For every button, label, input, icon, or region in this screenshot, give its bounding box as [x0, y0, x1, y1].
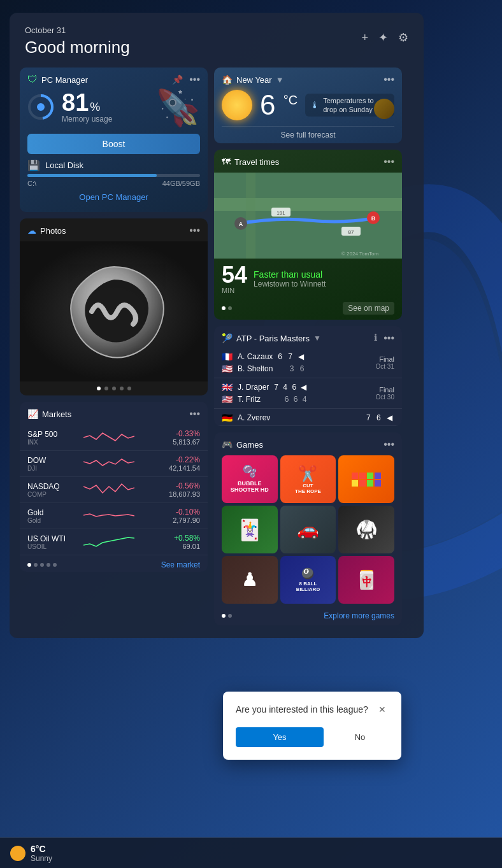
flag-france: 🇫🇷 — [222, 352, 233, 362]
pc-manager-decoration: 🚀 — [156, 87, 200, 129]
svg-text:87: 87 — [348, 229, 354, 235]
flag-usa-2: 🇺🇸 — [222, 394, 233, 404]
market-row-nasdaq: NASDAQ COMP -0.56% 18,607.93 — [20, 477, 208, 503]
sports-widget: 🎾 ATP - Paris Masters ▼ ℹ ••• 🇫🇷 — [214, 326, 402, 426]
markets-title: 📈 Markets — [27, 409, 71, 419]
match-2-player-1: 🇬🇧 J. Draper 7 4 6 ◀ — [222, 382, 308, 392]
photo-placeholder — [20, 241, 208, 381]
travel-header: 🗺 Travel times ••• — [214, 150, 402, 173]
disk-bar-container — [27, 174, 200, 177]
market-row-gold: Gold Gold -0.10% 2,797.90 — [20, 503, 208, 529]
travel-route: Lewistown to Winnett — [254, 280, 394, 288]
markets-footer: See market — [20, 555, 208, 572]
share-icon[interactable]: ✦ — [378, 31, 388, 45]
boost-button[interactable]: Boost — [27, 134, 200, 154]
pc-manager-widget: 🛡 PC Manager 📌 ••• — [20, 68, 208, 212]
dialog-close-button[interactable]: ✕ — [376, 704, 389, 715]
game-racing[interactable]: 🚗 — [280, 506, 336, 553]
game-mahjong[interactable]: 🀄 — [338, 556, 394, 604]
open-pc-manager-link[interactable]: Open PC Manager — [27, 187, 200, 204]
dialog-no-button[interactable]: No — [331, 732, 389, 742]
travel-more-icon[interactable]: ••• — [384, 156, 394, 167]
photo-dot-1[interactable] — [97, 387, 101, 390]
pc-manager-title: 🛡 PC Manager — [27, 74, 88, 85]
market-row-sp500: S&P 500 INX -0.33% 5,813.67 — [20, 425, 208, 451]
market-dot-3[interactable] — [40, 563, 44, 567]
memory-label: Memory usage — [62, 115, 112, 124]
markets-more-icon[interactable]: ••• — [189, 408, 200, 420]
pc-manager-icon: 🛡 — [27, 74, 38, 85]
weather-more-icon[interactable]: ••• — [384, 74, 394, 85]
svg-text:191: 191 — [276, 210, 285, 216]
disk-info: C:\ 44GB/59GB — [27, 180, 200, 187]
travel-dot-1[interactable] — [222, 306, 226, 310]
travel-title: 🗺 Travel times — [222, 157, 279, 167]
flag-usa-1: 🇺🇸 — [222, 364, 233, 374]
games-more-icon[interactable]: ••• — [384, 439, 394, 450]
match-1-score-1: 6 7 ◀ — [278, 352, 306, 361]
games-dot-2[interactable] — [228, 614, 232, 618]
games-dot-1[interactable] — [222, 614, 226, 618]
photo-dot-5[interactable] — [127, 387, 131, 390]
match-2-score-1: 7 4 6 ◀ — [274, 383, 308, 392]
see-market-link[interactable]: See market — [161, 560, 200, 569]
games-widget: 🎮 Games ••• 🫧 BUBBLESHOOTER HD — [214, 432, 402, 625]
market-row-dow: DOW DJI -0.22% 42,141.54 — [20, 451, 208, 477]
match-1-result: Final Oct 31 — [376, 355, 394, 370]
match-3-score-1: 7 6 ◀ — [366, 413, 394, 422]
match-2-players: 🇬🇧 J. Draper 7 4 6 ◀ 🇺🇸 T. Fritz 6 6 4 — [222, 382, 308, 404]
game-billiard[interactable]: 🎱 8 BALLBILLIARD — [280, 556, 336, 604]
game-stickman[interactable]: 🥋 — [338, 506, 394, 553]
markets-widget: 📈 Markets ••• S&P 500 INX — [20, 402, 208, 572]
market-dot-1[interactable] — [27, 563, 31, 567]
panel-date: October 31 — [25, 25, 130, 35]
explore-games-link[interactable]: Explore more games — [324, 611, 394, 620]
disk-path: C:\ — [27, 180, 36, 187]
travel-info: 54 MIN Faster than usual Lewistown to Wi… — [214, 259, 402, 299]
match-3-players: 🇩🇪 A. Zverev 7 6 ◀ — [222, 413, 394, 423]
photos-icon: ☁ — [27, 225, 36, 236]
match-row-2: 🇬🇧 J. Draper 7 4 6 ◀ 🇺🇸 T. Fritz 6 6 4 — [214, 378, 402, 409]
photo-dot-3[interactable] — [112, 387, 116, 390]
games-header: 🎮 Games ••• — [214, 432, 402, 455]
game-cards[interactable]: 🃏 — [222, 506, 278, 553]
main-panel: October 31 Good morning + ✦ ⚙ 🛡 PC Manag… — [10, 13, 424, 638]
market-dot-4[interactable] — [47, 563, 50, 567]
game-cut-rope[interactable]: ✂️ CUTTHE ROPE — [280, 455, 336, 503]
match-1-score-2: 3 6 — [290, 364, 306, 373]
sports-title: 🎾 ATP - Paris Masters ▼ — [222, 333, 321, 343]
weather-avatar — [374, 99, 394, 119]
game-bubble-shooter[interactable]: 🫧 BUBBLESHOOTER HD — [222, 455, 278, 503]
taskbar-sun-icon — [10, 846, 25, 861]
games-footer: Explore more games — [214, 609, 402, 625]
game-tetris[interactable] — [338, 455, 394, 503]
settings-icon[interactable]: ⚙ — [398, 31, 408, 45]
add-icon[interactable]: + — [361, 31, 368, 45]
market-dot-2[interactable] — [34, 563, 38, 567]
pin-icon[interactable]: 📌 — [172, 75, 183, 85]
dialog-yes-button[interactable]: Yes — [236, 727, 324, 747]
taskbar-temp: 6°C — [31, 844, 52, 854]
photo-dot-2[interactable] — [104, 387, 108, 390]
weather-sun-icon — [222, 90, 252, 120]
market-dot-5[interactable] — [53, 563, 57, 567]
travel-dot-2[interactable] — [228, 306, 232, 310]
see-on-map-button[interactable]: See on map — [343, 302, 394, 315]
photos-header: ☁ Photos ••• — [20, 218, 208, 241]
svg-rect-5 — [246, 173, 255, 259]
sports-info-icon[interactable]: ℹ — [374, 332, 377, 344]
taskbar-condition: Sunny — [31, 854, 52, 863]
photo-dot-4[interactable] — [120, 387, 124, 390]
photos-more-icon[interactable]: ••• — [189, 225, 200, 236]
disk-sizes: 44GB/59GB — [162, 180, 200, 187]
map-preview: 191 87 A B © 2024 TomTom — [214, 173, 402, 259]
game-chess[interactable]: ♟ — [222, 556, 278, 604]
weather-forecast-button[interactable]: See full forecast — [222, 126, 394, 143]
svg-point-2 — [37, 103, 45, 111]
sports-dropdown-icon[interactable]: ▼ — [313, 334, 321, 343]
sports-more-icon[interactable]: ••• — [384, 332, 394, 344]
photos-widget: ☁ Photos ••• — [20, 218, 208, 395]
more-options-icon[interactable]: ••• — [189, 74, 200, 85]
svg-rect-4 — [214, 198, 402, 211]
weather-dropdown-icon[interactable]: ▼ — [276, 75, 284, 85]
